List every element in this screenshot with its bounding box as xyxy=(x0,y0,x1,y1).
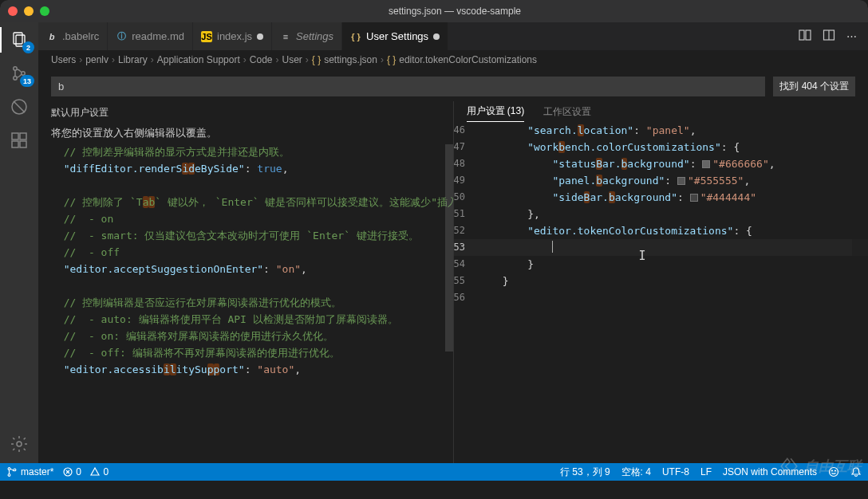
maximize-window-button[interactable] xyxy=(40,6,49,16)
titlebar: settings.json — vscode-sample xyxy=(0,0,868,22)
user-settings-editor[interactable]: I 46 "search.location": "panel",47 "work… xyxy=(454,122,869,463)
settings-gear-icon[interactable] xyxy=(8,433,30,455)
svg-rect-7 xyxy=(20,133,26,139)
code-line[interactable]: 49 "panel.background": "#555555", xyxy=(454,172,869,189)
sliders-icon: ≡ xyxy=(280,31,291,42)
breadcrumb-segment[interactable]: Users xyxy=(51,54,76,65)
svg-point-20 xyxy=(832,470,833,471)
braces-icon: { } xyxy=(387,54,396,65)
activity-bar: 2 13 xyxy=(0,22,38,463)
code-line[interactable]: "diffEditor.renderSideBySide": true, xyxy=(51,160,453,177)
breadcrumbs[interactable]: Users › penlv › Library › Application Su… xyxy=(38,51,868,69)
window-title: settings.json — vscode-sample xyxy=(49,6,860,17)
settings-scope-tab[interactable]: 工作区设置 xyxy=(543,102,591,122)
code-line[interactable] xyxy=(51,177,453,194)
code-line[interactable]: // - on: 编辑器将对屏幕阅读器的使用进行永久优化。 xyxy=(51,328,453,344)
breadcrumb-segment[interactable]: editor.tokenColorCustomizations xyxy=(399,54,537,65)
braces-icon: { } xyxy=(350,31,361,42)
encoding-status[interactable]: UTF-8 xyxy=(662,466,689,477)
code-line[interactable]: 53 xyxy=(454,239,869,256)
debug-icon[interactable] xyxy=(8,96,30,118)
code-line[interactable]: // - off xyxy=(51,244,453,261)
code-line[interactable]: "editor.accessibilitySupport": "auto", xyxy=(51,361,453,378)
line-number: 50 xyxy=(454,189,478,206)
svg-point-15 xyxy=(8,468,10,470)
code-line[interactable]: 47 "workbench.colorCustomizations": { xyxy=(454,139,869,155)
line-number: 47 xyxy=(454,139,478,155)
split-editor-icon[interactable] xyxy=(823,29,835,44)
breadcrumb-segment[interactable]: User xyxy=(282,54,302,65)
breadcrumb-segment[interactable]: Application Support xyxy=(157,54,240,65)
tab-label: readme.md xyxy=(132,30,184,42)
code-line[interactable] xyxy=(51,277,453,294)
editor-tab[interactable]: { }User Settings xyxy=(342,22,448,50)
breadcrumb-segment[interactable]: Library xyxy=(118,54,148,65)
code-line[interactable]: 56 xyxy=(454,289,869,306)
line-number: 48 xyxy=(454,155,478,172)
code-line[interactable]: 48 "statusBar.background": "#666666", xyxy=(454,155,869,172)
code-line[interactable]: // - auto: 编辑器将使用平台 API 以检测是否附加了屏幕阅读器。 xyxy=(51,311,453,328)
git-branch-status[interactable]: master* xyxy=(6,466,53,477)
breadcrumb-segment[interactable]: Code xyxy=(250,54,273,65)
editor-tab[interactable]: ⓘreadme.md xyxy=(108,22,193,50)
feedback-icon[interactable] xyxy=(828,466,839,477)
color-swatch-icon xyxy=(677,177,685,185)
close-window-button[interactable] xyxy=(8,6,18,16)
tab-label: Settings xyxy=(296,30,333,42)
explorer-badge: 2 xyxy=(22,41,34,53)
editor-tab[interactable]: JSindex.js xyxy=(193,22,272,50)
code-line[interactable]: 55 } xyxy=(454,273,869,289)
line-number: 49 xyxy=(454,172,478,189)
code-line[interactable]: // - smart: 仅当建议包含文本改动时才可使用 `Enter` 键进行接… xyxy=(51,227,453,244)
code-line[interactable]: 54 } xyxy=(454,256,869,273)
line-number: 46 xyxy=(454,122,478,139)
code-line[interactable]: // 控制差异编辑器的显示方式是并排还是内联。 xyxy=(51,143,453,160)
color-swatch-icon xyxy=(690,194,698,202)
line-number: 52 xyxy=(454,222,478,239)
code-line[interactable]: 51 }, xyxy=(454,206,869,222)
code-line[interactable]: 52 "editor.tokenColorCustomizations": { xyxy=(454,222,869,239)
code-line[interactable]: // - off: 编辑器将不再对屏幕阅读器的使用进行优化。 xyxy=(51,344,453,361)
open-changes-icon[interactable] xyxy=(799,29,811,44)
line-number: 56 xyxy=(454,289,478,306)
extensions-icon[interactable] xyxy=(8,129,30,151)
default-settings-editor[interactable]: ✎ // 控制差异编辑器的显示方式是并排还是内联。 "diffEditor.re… xyxy=(38,143,453,463)
tab-label: User Settings xyxy=(366,30,428,42)
svg-rect-6 xyxy=(12,133,18,139)
language-mode-status[interactable]: JSON with Comments xyxy=(723,466,817,477)
editor-tab[interactable]: ≡Settings xyxy=(272,22,342,50)
line-number: 53 xyxy=(454,239,478,256)
breadcrumb-segment[interactable]: settings.json xyxy=(324,54,377,65)
explorer-icon[interactable]: 2 xyxy=(8,29,30,51)
svg-point-21 xyxy=(835,470,836,471)
info-icon: ⓘ xyxy=(116,31,127,42)
code-line[interactable]: 50 "sideBar.background": "#444444" xyxy=(454,189,869,206)
svg-point-10 xyxy=(17,442,22,446)
indentation-status[interactable]: 空格: 4 xyxy=(621,466,651,479)
color-swatch-icon xyxy=(702,160,710,168)
breadcrumb-segment[interactable]: penlv xyxy=(85,54,108,65)
code-line[interactable]: "editor.acceptSuggestionOnEnter": "on", xyxy=(51,261,453,277)
code-line[interactable]: 46 "search.location": "panel", xyxy=(454,122,869,139)
cursor-position-status[interactable]: 行 53，列 9 xyxy=(560,466,610,479)
settings-search-input[interactable] xyxy=(51,77,765,96)
svg-point-3 xyxy=(14,77,17,80)
status-bar: master* 0 0 行 53，列 9 空格: 4 UTF-8 LF JSON… xyxy=(0,463,868,481)
braces-icon: { } xyxy=(312,54,321,65)
svg-rect-8 xyxy=(12,141,18,147)
code-line[interactable]: // 控制除了 `Tab` 键以外， `Enter` 键是否同样可以接受建议。这… xyxy=(51,194,453,210)
settings-search-count: 找到 404 个设置 xyxy=(773,77,855,96)
more-actions-icon[interactable]: ⋯ xyxy=(846,30,858,42)
scm-icon[interactable]: 13 xyxy=(8,62,30,84)
svg-rect-9 xyxy=(20,141,26,147)
minimap[interactable] xyxy=(852,122,868,463)
code-line[interactable]: // - on xyxy=(51,210,453,227)
eol-status[interactable]: LF xyxy=(700,466,712,477)
notifications-icon[interactable] xyxy=(850,466,862,477)
settings-scope-tab[interactable]: 用户设置 (13) xyxy=(467,101,525,122)
code-line[interactable]: // 控制编辑器是否应运行在对屏幕阅读器进行优化的模式。 xyxy=(51,294,453,311)
scrollbar[interactable] xyxy=(445,144,453,352)
minimize-window-button[interactable] xyxy=(24,6,34,16)
editor-tab[interactable]: b.babelrc xyxy=(38,22,108,50)
problems-status[interactable]: 0 0 xyxy=(63,466,108,477)
